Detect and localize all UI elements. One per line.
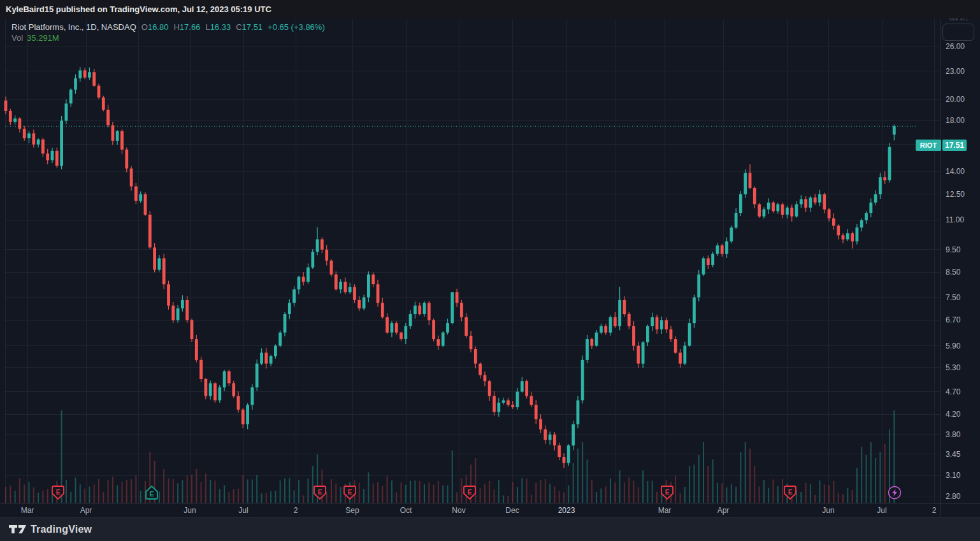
time-tick-label: Apr — [67, 506, 105, 515]
svg-text:E: E — [150, 491, 154, 498]
time-tick-label: Apr — [704, 506, 742, 515]
earnings-miss-icon[interactable]: E — [784, 486, 796, 499]
ohlc-letter: C — [236, 22, 241, 32]
price-tick-label: 5.30 — [946, 363, 960, 373]
time-scale[interactable]: MarAprJunJul2SepOctNovDec2023MarAprJunJu… — [0, 503, 980, 517]
publish-header: KyleBaird15 published on TradingView.com… — [0, 0, 980, 19]
earnings-miss-icon[interactable]: E — [314, 486, 326, 499]
svg-text:E: E — [788, 489, 793, 496]
time-tick-label: Sep — [333, 506, 371, 515]
time-tick-label: 2 — [915, 506, 953, 515]
price-tick-label: 8.50 — [946, 267, 960, 277]
time-tick-label: Jun — [809, 506, 847, 515]
symbol-title[interactable]: Riot Platforms, Inc., 1D, NASDAQ — [11, 22, 136, 32]
svg-text:E: E — [468, 489, 472, 496]
time-tick-label: Mar — [8, 506, 47, 515]
earnings-beat-icon[interactable]: E — [146, 486, 157, 499]
time-tick-label: Jul — [863, 506, 901, 515]
last-price-badge: 17.51 — [942, 140, 967, 151]
price-tick-label: 3.45 — [946, 449, 960, 459]
chart-pane[interactable]: EEEEEEE Riot Platforms, Inc., 1D, NASDAQ… — [0, 19, 980, 503]
price-tick-label: 12.50 — [946, 189, 965, 199]
volume-value: 35.291M — [27, 33, 59, 43]
price-tick-label: 26.00 — [946, 41, 965, 52]
corner-widget-text: SEE ALL — [943, 17, 975, 23]
corner-widget-box[interactable] — [942, 24, 974, 41]
price-tick-label: 3.10 — [946, 470, 960, 480]
price-tick-label: 6.70 — [946, 315, 960, 325]
svg-text:E: E — [348, 489, 352, 496]
chart-legend: Riot Platforms, Inc., 1D, NASDAQO16.80H1… — [11, 22, 325, 43]
ohlc-letter: H — [173, 22, 179, 32]
chart-left-frame — [5, 19, 6, 503]
time-tick-label: Oct — [387, 506, 425, 515]
price-tick-label: 5.90 — [946, 341, 960, 351]
price-tick-label: 4.70 — [946, 387, 960, 397]
time-tick-label: Jun — [171, 506, 209, 515]
svg-text:E: E — [318, 489, 322, 496]
price-tick-label: 23.00 — [946, 66, 965, 76]
volume-label: Vol — [11, 33, 23, 43]
time-tick-label: Mar — [645, 506, 684, 515]
ohlc-letter: O — [141, 22, 148, 32]
time-tick-label: 2 — [277, 506, 315, 515]
price-tick-label: 9.50 — [946, 245, 960, 255]
symbol-price-line-badge: RIOT — [916, 140, 941, 151]
time-tick-label: Jul — [224, 506, 263, 515]
ohlc-letter: L — [205, 22, 210, 32]
ohlc-value: 17.66 — [180, 22, 201, 32]
ohlc-values: O16.80H17.66L16.33C17.51 — [136, 22, 263, 32]
price-tick-label: 14.00 — [946, 166, 965, 177]
price-change: +0.65 (+3.86%) — [268, 22, 325, 32]
price-scale-separator — [940, 19, 941, 517]
earnings-upcoming-icon[interactable] — [889, 487, 901, 499]
svg-text:E: E — [665, 489, 670, 496]
time-tick-label: Nov — [440, 506, 478, 515]
tradingview-brand-text[interactable]: TradingView — [31, 524, 92, 535]
price-tick-label: 2.80 — [946, 491, 960, 501]
time-tick-label: 2023 — [547, 506, 586, 515]
time-tick-label: Dec — [493, 506, 531, 515]
ohlc-value: 17.51 — [242, 22, 263, 32]
price-tick-label: 18.00 — [946, 115, 965, 126]
tradingview-published-chart: KyleBaird15 published on TradingView.com… — [0, 0, 980, 541]
footer-bar: TradingView — [0, 517, 980, 541]
price-tick-label: 7.50 — [946, 292, 960, 303]
publish-header-text: KyleBaird15 published on TradingView.com… — [6, 4, 271, 14]
price-tick-label: 20.00 — [946, 94, 965, 105]
price-tick-label: 4.20 — [946, 409, 960, 419]
price-tick-label: 11.00 — [946, 215, 964, 225]
ohlc-value: 16.80 — [148, 22, 169, 32]
svg-text:E: E — [56, 489, 61, 496]
ohlc-value: 16.33 — [210, 22, 231, 32]
candlestick-chart[interactable]: EEEEEEE — [0, 19, 980, 503]
price-tick-label: 3.80 — [946, 429, 960, 440]
tradingview-logo-icon[interactable] — [9, 524, 27, 535]
